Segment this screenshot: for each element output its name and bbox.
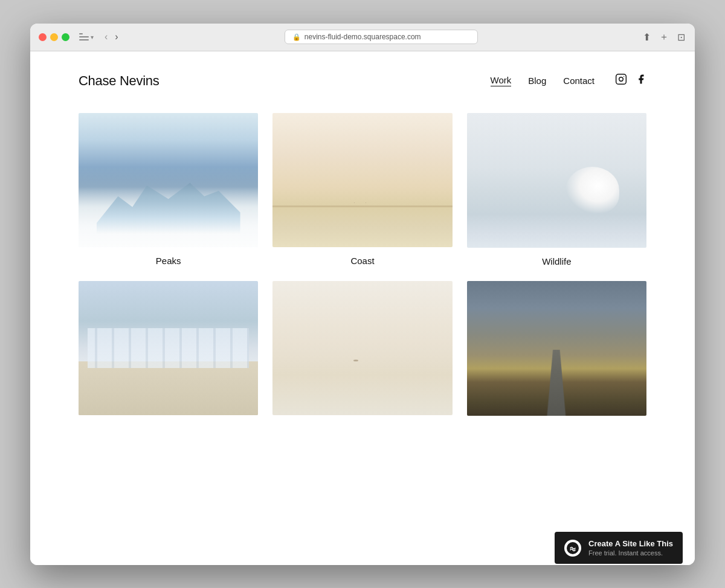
nav-icons [615,73,646,88]
gallery-image-peaks [79,113,258,248]
coast-image-placeholder [272,113,452,248]
traffic-light-fullscreen[interactable] [62,33,69,41]
svg-rect-0 [616,74,627,85]
svg-point-1 [619,77,624,82]
instagram-icon[interactable] [615,73,627,88]
traffic-lights [39,33,69,41]
gallery-image-coast [272,113,452,248]
traffic-light-minimize[interactable] [50,33,58,41]
gallery-caption-coast: Coast [272,256,452,266]
peaks-image-placeholder [79,113,258,248]
url-text: nevins-fluid-demo.squarespace.com [304,33,421,41]
browser-actions: ⬆ ＋ ⊡ [642,30,686,45]
gallery-image-wildlife [467,113,646,248]
highland-image-placeholder [467,281,646,416]
share-button[interactable]: ⬆ [642,30,652,44]
site-nav: Work Blog Contact [491,73,646,88]
back-button[interactable]: ‹ [102,30,110,44]
browser-window: ▾ ‹ › 🔒 nevins-fluid-demo.squarespace.co… [30,24,695,565]
browser-chrome: ▾ ‹ › 🔒 nevins-fluid-demo.squarespace.co… [30,24,695,51]
sidebar-toggle-icon [79,33,89,40]
svg-point-2 [624,76,624,77]
site-header: Chase Nevins Work Blog Contact [30,51,695,101]
ss-badge-main-text: Create A Site Like This [588,539,673,548]
forward-button[interactable]: › [112,30,120,44]
ss-badge-text: Create A Site Like This Free trial. Inst… [588,539,673,557]
sidebar-toggle[interactable]: ▾ [79,33,94,40]
gallery-item-misty-water[interactable] [272,281,452,424]
gallery-caption-wildlife: Wildlife [467,256,646,267]
gallery-image-highland [467,281,646,416]
misty-water-image-placeholder [272,281,452,416]
chevron-down-icon: ▾ [91,34,94,40]
nav-link-work[interactable]: Work [491,75,512,86]
gallery-item-peaks[interactable]: Peaks [79,113,258,267]
site-title: Chase Nevins [79,73,159,89]
gallery-caption-peaks: Peaks [79,256,258,266]
gallery-item-beach-chairs[interactable] [79,281,258,424]
gallery-item-wildlife[interactable]: Wildlife [467,113,646,267]
nav-link-blog[interactable]: Blog [528,76,546,86]
new-tab-button[interactable]: ＋ [658,30,670,45]
squarespace-badge[interactable]: Create A Site Like This Free trial. Inst… [555,532,683,564]
traffic-light-close[interactable] [39,33,47,41]
tab-overview-button[interactable]: ⊡ [676,30,686,44]
site-content: Chase Nevins Work Blog Contact [30,51,695,565]
ss-badge-sub-text: Free trial. Instant access. [588,549,673,557]
address-bar: 🔒 nevins-fluid-demo.squarespace.com [127,30,636,44]
url-bar[interactable]: 🔒 nevins-fluid-demo.squarespace.com [285,30,478,44]
wildlife-image-placeholder [467,113,646,248]
gallery-item-highland[interactable] [467,281,646,424]
gallery-item-coast[interactable]: Coast [272,113,452,267]
beach-chairs-image-placeholder [79,281,258,416]
nav-link-contact[interactable]: Contact [563,76,594,86]
nav-arrows: ‹ › [102,30,121,44]
facebook-icon[interactable] [636,73,646,88]
gallery: Peaks Coast Wildlife [30,101,695,448]
squarespace-logo [564,540,581,557]
lock-icon: 🔒 [292,33,301,41]
gallery-image-beach-chairs [79,281,258,416]
gallery-image-misty-water [272,281,452,416]
